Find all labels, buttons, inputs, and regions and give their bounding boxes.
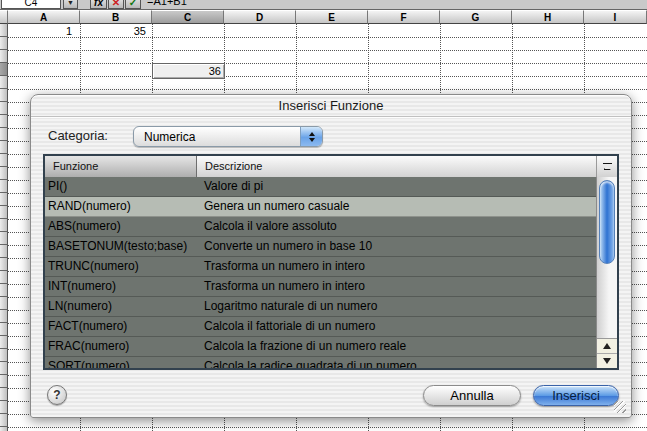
function-row[interactable]: FACT(numero)Calcola il fattoriale di un … bbox=[45, 317, 596, 337]
function-description: Logaritmo naturale di un numero bbox=[197, 297, 596, 316]
column-header-descrizione[interactable]: Descrizione bbox=[197, 156, 596, 177]
function-description: Converte un numero in base 10 bbox=[197, 237, 596, 256]
resize-grip-icon[interactable] bbox=[614, 401, 626, 413]
column-header-g[interactable]: G bbox=[440, 10, 512, 24]
function-name: FRAC(numero) bbox=[45, 337, 197, 356]
function-list-body: PI()Valore di piRAND(numero)Genera un nu… bbox=[45, 177, 596, 368]
function-name: LN(numero) bbox=[45, 297, 197, 316]
function-icon[interactable]: fx bbox=[90, 0, 107, 9]
function-name: BASETONUM(testo;base) bbox=[45, 237, 197, 256]
cancel-entry-icon[interactable]: ✕ bbox=[108, 0, 124, 9]
function-name: SQRT(numero) bbox=[45, 357, 197, 368]
function-description: Valore di pi bbox=[197, 177, 596, 196]
column-header-h[interactable]: H bbox=[512, 10, 584, 24]
function-row[interactable]: SQRT(numero)Calcola la radice quadrata d… bbox=[45, 357, 596, 368]
function-name: PI() bbox=[45, 177, 197, 196]
function-row[interactable]: PI()Valore di pi bbox=[45, 177, 596, 197]
column-header-b[interactable]: B bbox=[80, 10, 152, 24]
cancel-button[interactable]: Annulla bbox=[423, 385, 521, 406]
formula-bar: C4 ▼ fx ✕ ✓ =A1+B1 bbox=[0, 0, 647, 10]
column-header-f[interactable]: F bbox=[368, 10, 440, 24]
column-headers: A B C D E F G H I bbox=[0, 10, 647, 24]
function-name: FACT(numero) bbox=[45, 317, 197, 336]
function-row[interactable]: FRAC(numero)Calcola la frazione di un nu… bbox=[45, 337, 596, 357]
select-all-corner[interactable] bbox=[0, 10, 8, 24]
function-name: ABS(numero) bbox=[45, 217, 197, 236]
function-name: INT(numero) bbox=[45, 277, 197, 296]
sort-order-icon bbox=[603, 163, 612, 164]
row-headers[interactable] bbox=[0, 24, 8, 431]
scroll-up-icon bbox=[603, 343, 611, 349]
active-cell-c4[interactable]: 36 bbox=[152, 63, 225, 79]
column-header-d[interactable]: D bbox=[224, 10, 296, 24]
function-description: Calcola la frazione di un numero reale bbox=[197, 337, 596, 356]
formula-input[interactable]: =A1+B1 bbox=[147, 0, 187, 9]
sort-order-button[interactable] bbox=[596, 156, 617, 177]
function-list-header: Funzione Descrizione bbox=[45, 156, 617, 177]
function-list: Funzione Descrizione PI()Valore di piRAN… bbox=[43, 154, 619, 370]
insert-button[interactable]: Inserisci bbox=[533, 385, 619, 406]
function-row[interactable]: RAND(numero)Genera un numero casuale bbox=[45, 197, 596, 217]
scrollbar-arrows bbox=[597, 338, 617, 368]
column-header-e[interactable]: E bbox=[296, 10, 368, 24]
category-popup[interactable]: Numerica bbox=[133, 126, 323, 147]
function-description: Genera un numero casuale bbox=[197, 197, 596, 216]
category-popup-value: Numerica bbox=[144, 127, 195, 147]
function-description: Calcola il valore assoluto bbox=[197, 217, 596, 236]
scroll-up-button[interactable] bbox=[597, 339, 617, 353]
scrollbar-thumb[interactable] bbox=[599, 180, 615, 264]
function-row[interactable]: ABS(numero)Calcola il valore assoluto bbox=[45, 217, 596, 237]
function-description: Trasforma un numero in intero bbox=[197, 277, 596, 296]
column-header-i[interactable]: I bbox=[584, 10, 647, 24]
function-row[interactable]: LN(numero)Logaritmo naturale di un numer… bbox=[45, 297, 596, 317]
dialog-title: Inserisci Funzione bbox=[31, 95, 631, 117]
scroll-down-icon bbox=[603, 358, 611, 364]
list-scrollbar[interactable] bbox=[596, 177, 617, 368]
help-button[interactable]: ? bbox=[47, 385, 67, 405]
function-row[interactable]: TRUNC(numero)Trasforma un numero in inte… bbox=[45, 257, 596, 277]
function-row[interactable]: INT(numero)Trasforma un numero in intero bbox=[45, 277, 596, 297]
column-header-funzione[interactable]: Funzione bbox=[45, 156, 197, 177]
cell-a1-value[interactable]: 1 bbox=[10, 25, 72, 37]
scroll-down-button[interactable] bbox=[597, 353, 617, 368]
function-description: Trasforma un numero in intero bbox=[197, 257, 596, 276]
cell-reference-box[interactable]: C4 bbox=[1, 0, 61, 9]
accept-entry-icon[interactable]: ✓ bbox=[125, 0, 141, 9]
function-name: TRUNC(numero) bbox=[45, 257, 197, 276]
function-description: Calcola il fattoriale di un numero bbox=[197, 317, 596, 336]
cell-b1-value[interactable]: 35 bbox=[82, 25, 146, 37]
function-row[interactable]: BASETONUM(testo;base)Converte un numero … bbox=[45, 237, 596, 257]
popup-arrows-icon bbox=[300, 127, 322, 146]
insert-function-dialog: Inserisci Funzione Categoria: Numerica F… bbox=[30, 94, 632, 418]
function-description: Calcola la radice quadrata di un numero bbox=[197, 357, 596, 368]
function-name: RAND(numero) bbox=[45, 197, 197, 216]
column-header-c[interactable]: C bbox=[152, 10, 224, 24]
column-header-a[interactable]: A bbox=[8, 10, 80, 24]
cell-reference-dropdown-icon[interactable]: ▼ bbox=[63, 0, 78, 9]
category-label: Categoria: bbox=[48, 128, 108, 143]
